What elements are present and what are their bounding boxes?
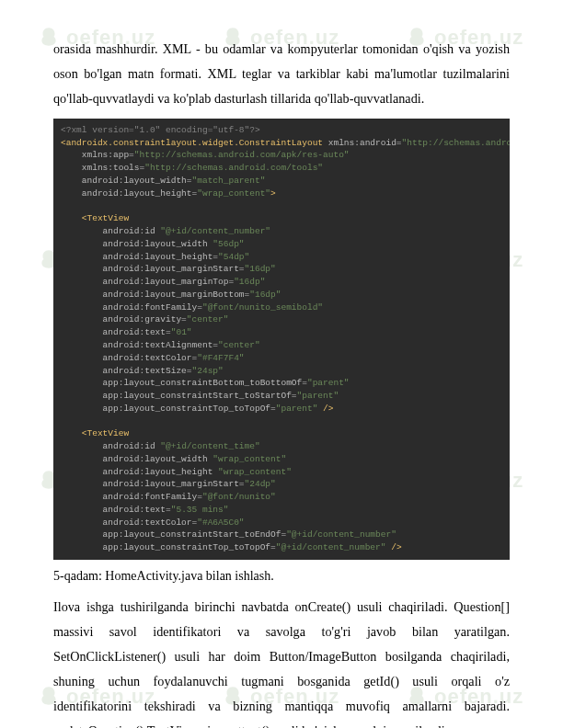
code-line: xmlns:android= xyxy=(323,138,402,148)
code-line: "54dp" xyxy=(218,252,249,262)
code-line: app:layout_constraintStart_toEndOf= xyxy=(61,529,286,540)
code-line: xmlns:app= xyxy=(61,150,134,160)
code-line: android:layout_width xyxy=(61,239,213,249)
code-line: android:layout_height= xyxy=(61,188,197,199)
code-line: android:text= xyxy=(61,505,171,515)
code-line: android:text= xyxy=(61,327,171,337)
code-line: "01" xyxy=(171,327,192,337)
code-line: <androidx.constraintlayout.widget.Constr… xyxy=(61,138,323,148)
code-line: android:layout_marginStart= xyxy=(61,479,245,489)
code-line: android:layout_width= xyxy=(61,176,192,186)
code-line: android:layout_marginBottom= xyxy=(61,290,249,300)
code-line: android:textSize= xyxy=(61,366,192,376)
code-line: "parent" xyxy=(307,378,350,388)
code-line: android:layout_height= xyxy=(61,252,218,262)
code-line: "parent" xyxy=(297,391,339,401)
code-line: android:fontFamily= xyxy=(61,302,202,313)
code-line: <?xml version="1.0" encoding="utf-8"?> xyxy=(61,125,260,135)
step-heading: 5-qadam: HomeActivity.java bilan ishlash… xyxy=(53,569,510,584)
code-line: "wrap_content" xyxy=(213,454,286,464)
code-line: "parent" xyxy=(276,404,318,414)
code-line: "wrap_content" xyxy=(197,188,270,199)
code-line: /> xyxy=(385,542,401,552)
code-line: "24sp" xyxy=(192,366,224,376)
code-line: android:layout_marginTop= xyxy=(61,277,234,287)
code-line: /> xyxy=(317,404,333,414)
code-line: <TextView xyxy=(61,428,129,438)
code-line: android:id xyxy=(61,226,160,236)
code-line: "@+id/content_number" xyxy=(286,529,396,540)
code-line: "@+id/content_time" xyxy=(160,441,259,451)
body-paragraph: Ilova ishga tushirilganda birinchi navba… xyxy=(53,595,510,728)
code-line: > xyxy=(270,188,276,199)
page-content: orasida mashhurdir. XML - bu odamlar va … xyxy=(0,0,563,728)
code-line: android:textColor= xyxy=(61,353,197,363)
code-line: "5.35 mins" xyxy=(171,505,229,515)
code-line: xmlns:tools= xyxy=(61,163,144,173)
code-line: "@font/nunito" xyxy=(202,492,276,502)
code-line: "center" xyxy=(218,340,260,350)
code-line: android:fontFamily= xyxy=(61,492,202,502)
code-line: app:layout_constraintTop_toTopOf= xyxy=(61,404,276,414)
code-line: "16dp" xyxy=(249,290,281,300)
code-line: "@+id/content_number" xyxy=(276,542,386,552)
code-line: "http://schemas.android.com/apk/res-auto… xyxy=(134,150,350,160)
code-line: <TextView xyxy=(61,213,129,223)
intro-paragraph: orasida mashhurdir. XML - bu odamlar va … xyxy=(53,37,510,111)
code-line: android:layout_height xyxy=(61,467,218,477)
code-line: "center" xyxy=(187,314,229,324)
code-line: "16dp" xyxy=(245,264,276,274)
code-line: "@font/nunito_semibold" xyxy=(202,302,323,313)
code-line: "@+id/content_number" xyxy=(160,226,270,236)
code-line: app:layout_constraintBottom_toBottomOf= xyxy=(61,378,307,388)
code-line: android:gravity= xyxy=(61,314,187,324)
code-line: "http://schemas.android.com/apk/res/andr… xyxy=(402,138,510,148)
code-line: "#A6A5C0" xyxy=(197,518,244,528)
code-line: "24dp" xyxy=(245,479,276,489)
code-line: "http://schemas.android.com/tools" xyxy=(144,163,323,173)
code-line: app:layout_constraintStart_toStartOf= xyxy=(61,391,297,401)
code-line: android:id xyxy=(61,441,160,451)
code-line: android:layout_marginStart= xyxy=(61,264,245,274)
code-line: "match_parent" xyxy=(192,176,266,186)
code-line: "#F4F7F4" xyxy=(197,353,244,363)
code-line: "16dp" xyxy=(234,277,265,287)
code-line: android:textColor= xyxy=(61,518,197,528)
code-line: "56dp" xyxy=(213,239,244,249)
code-line: "wrap_content" xyxy=(218,467,292,477)
code-line: android:textAlignment= xyxy=(61,340,218,350)
code-line: android:layout_width xyxy=(61,454,213,464)
xml-code-block: <?xml version="1.0" encoding="utf-8"?> <… xyxy=(53,119,510,560)
code-line: app:layout_constraintTop_toTopOf= xyxy=(61,542,276,552)
